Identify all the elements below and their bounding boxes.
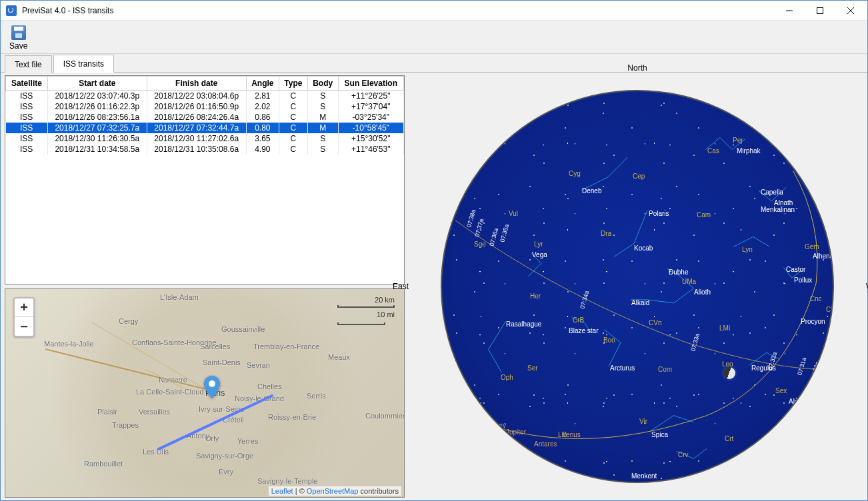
city-label: Yerres [237, 437, 258, 445]
table-cell: +11°26'25" [338, 91, 403, 102]
minimize-button[interactable] [774, 1, 805, 21]
table-cell: -03°25'34" [338, 112, 403, 123]
zoom-out-button[interactable]: − [15, 317, 33, 336]
table-cell: 2018/12/26 01:16:50.9p [147, 101, 246, 112]
table-row[interactable]: ISS2018/12/26 01:16:22.3p2018/12/26 01:1… [6, 101, 404, 112]
scale-mi-label: 10 mi [337, 310, 395, 318]
scale-bar-mi [337, 322, 385, 325]
map-scale: 20 km 10 mi [337, 296, 395, 325]
table-cell: 2018/12/27 07:32:25.7a [47, 123, 147, 133]
tab-iss-transits[interactable]: ISS transits [53, 55, 114, 73]
column-header[interactable]: Body [307, 77, 338, 91]
table-cell: S [307, 91, 338, 102]
tab-text-file[interactable]: Text file [5, 55, 52, 73]
column-header[interactable]: Finish date [147, 77, 246, 91]
map[interactable]: ParisL'Isle-AdamCergyConflans-Sainte-Hon… [5, 288, 405, 498]
titlebar: PreviSat 4.0 - ISS transits [1, 1, 867, 21]
city-label: Coulommiers [365, 412, 405, 420]
table-row[interactable]: ISS2018/12/22 03:07:40.3p2018/12/22 03:0… [6, 91, 404, 102]
table-cell: M [307, 123, 338, 133]
table-cell: ISS [6, 91, 48, 102]
table-cell: 0.80 [246, 123, 279, 133]
left-column: SatelliteStart dateFinish dateAngleTypeB… [5, 75, 405, 498]
table-cell: 2018/12/22 03:08:04.6p [147, 91, 246, 102]
table-cell: 2018/12/22 03:07:40.3p [47, 91, 147, 102]
table-cell: S [307, 133, 338, 144]
city-label: Trappes [112, 421, 139, 429]
city-label: Roissy-en-Brie [268, 413, 316, 421]
city-label: Créteil [223, 416, 244, 424]
table-cell: ISS [6, 133, 48, 144]
toolbar: Save [1, 21, 867, 54]
table-cell: 0.86 [246, 112, 279, 123]
zoom-in-button[interactable]: + [15, 298, 33, 317]
table-cell: 2.81 [246, 91, 279, 102]
leaflet-link[interactable]: Leaflet [271, 487, 293, 495]
table-cell: 2018/12/26 08:23:56.1a [47, 112, 147, 123]
app-window: PreviSat 4.0 - ISS transits Save Text fi… [0, 0, 868, 501]
table-cell: -10°58'45" [338, 123, 403, 133]
column-header[interactable]: Type [279, 77, 308, 91]
city-label: Goussainville [221, 325, 265, 333]
table-cell: S [307, 101, 338, 112]
table-cell: C [279, 123, 308, 133]
osm-link[interactable]: OpenStreetMap [307, 487, 359, 495]
table-cell: ISS [6, 101, 48, 112]
city-label: Tremblay-en-France [253, 342, 319, 350]
table-cell: 2018/12/27 07:32:44.7a [147, 123, 246, 133]
map-attribution: Leaflet | © OpenStreetMap contributors [269, 486, 401, 496]
table-row[interactable]: ISS2018/12/31 10:34:58.5a2018/12/31 10:3… [6, 144, 404, 155]
window-buttons [774, 1, 866, 21]
city-label: Évry [219, 468, 233, 476]
city-label: Mantes-la-Jolie [44, 340, 94, 348]
city-label: Cergy [119, 317, 138, 325]
zoom-control: + − [13, 297, 35, 337]
transits-table[interactable]: SatelliteStart dateFinish dateAngleTypeB… [5, 75, 405, 284]
column-header[interactable]: Start date [47, 77, 147, 91]
table-cell: ISS [6, 144, 48, 155]
sky-panel: North South East West [411, 75, 863, 498]
table-cell: C [279, 144, 308, 155]
city-label: Nanterre [159, 376, 187, 384]
table-cell: C [279, 101, 308, 112]
column-header[interactable]: Satellite [6, 77, 48, 91]
north-label: North [627, 63, 647, 73]
table-cell: ISS [6, 123, 48, 133]
maximize-button[interactable] [805, 1, 835, 21]
table-cell: 2018/12/26 08:24:26.4a [147, 112, 246, 123]
table-cell: S [307, 144, 338, 155]
table-cell: +11°46'53" [338, 144, 403, 155]
table-cell: C [279, 91, 308, 102]
table-cell: ISS [6, 112, 48, 123]
table-row[interactable]: ISS2018/12/26 08:23:56.1a2018/12/26 08:2… [6, 112, 404, 123]
app-icon [6, 5, 17, 16]
map-marker[interactable] [204, 376, 220, 398]
window-title: PreviSat 4.0 - ISS transits [22, 6, 774, 15]
city-label: Meaux [328, 353, 350, 361]
time-tick-label: 07:29a [820, 363, 831, 382]
city-label: Savigny-le-Temple [257, 477, 317, 485]
city-label: La Celle-Saint-Cloud [136, 388, 204, 396]
table-cell: C [279, 112, 308, 123]
city-label: Versailles [139, 408, 170, 416]
save-button[interactable]: Save [5, 23, 32, 53]
table-cell: 3.65 [246, 133, 279, 144]
column-header[interactable]: Sun Elevation [338, 77, 403, 91]
sky-chart[interactable]: DenebVegaPolarisKocabDubheAliothAlkaidRa… [441, 90, 834, 483]
table-cell: 2018/12/31 10:34:58.5a [47, 144, 147, 155]
content: SatelliteStart dateFinish dateAngleTypeB… [1, 73, 867, 500]
city-label: Sarcelles [200, 342, 230, 350]
svg-line-10 [92, 322, 205, 389]
city-label: Plaisir [97, 408, 117, 416]
city-label: Rambouillet [84, 460, 123, 468]
city-label: Noisy-le-Grand [235, 394, 284, 402]
column-header[interactable]: Angle [246, 77, 279, 91]
close-button[interactable] [835, 1, 866, 21]
ecliptic-line [442, 91, 833, 482]
city-label: Saint-Denis [203, 358, 241, 366]
table-row[interactable]: ISS2018/12/27 07:32:25.7a2018/12/27 07:3… [6, 123, 404, 133]
scale-bar-km [337, 305, 395, 308]
table-row[interactable]: ISS2018/12/30 11:26:30.5a2018/12/30 11:2… [6, 133, 404, 144]
table-cell: 2018/12/30 11:26:30.5a [47, 133, 147, 144]
save-label: Save [9, 41, 27, 51]
